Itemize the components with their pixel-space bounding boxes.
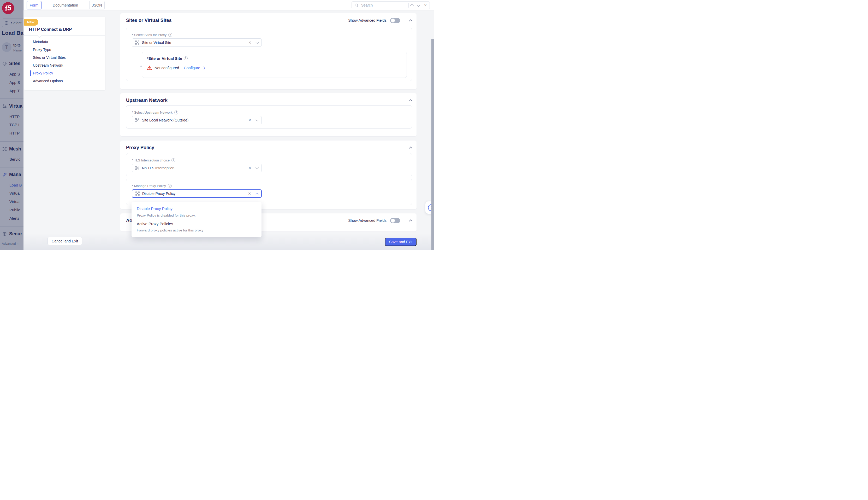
- dropdown-option-description: Forward proxy policies active for this p…: [137, 228, 203, 232]
- tab-json[interactable]: JSON: [89, 1, 105, 9]
- screen: Select Load Ba T tp-te Name Sites App S …: [0, 0, 434, 250]
- section-upstream-network: Upstream Network * Select Upstream Netwo…: [120, 93, 417, 136]
- field-card: * Manage Proxy Policy ? Disable Proxy Po…: [126, 179, 412, 205]
- chevron-down-icon[interactable]: [256, 166, 259, 169]
- field-label: * Select Upstream Network: [132, 111, 173, 114]
- search-icon: [354, 3, 359, 7]
- reference-icon: [135, 41, 139, 45]
- wizard-steps: Metadata Proxy Type Sites or Virtual Sit…: [24, 38, 105, 85]
- field-label: * TLS Interception choice: [132, 158, 169, 162]
- save-and-exit-button[interactable]: Save and Exit: [385, 238, 417, 246]
- field-card: * Select Upstream Network ? Site Local N…: [126, 105, 412, 128]
- section-heading: Proxy Policy: [126, 145, 154, 150]
- search-prev-icon[interactable]: [410, 4, 414, 7]
- select-upstream-network[interactable]: Site Local Network (Outside) ✕: [132, 116, 262, 124]
- show-advanced-label: Show Advanced Fields: [348, 218, 387, 223]
- step-advanced-options[interactable]: Advanced Options: [24, 77, 105, 85]
- collapse-chevron-icon[interactable]: [409, 99, 412, 103]
- nested-site-card: *Site or Virtual Site ? Not configured C…: [142, 52, 407, 78]
- chevron-down-icon[interactable]: [256, 41, 259, 44]
- help-icon[interactable]: ?: [184, 56, 188, 60]
- help-icon[interactable]: ?: [172, 158, 175, 162]
- select-value: Site or Virtual Site: [142, 41, 246, 45]
- tab-form[interactable]: Form: [27, 1, 42, 9]
- search-box[interactable]: ✕: [352, 1, 430, 9]
- vertical-scrollbar[interactable]: [431, 39, 434, 250]
- form-modal: Form Documentation JSON ✕ New: [23, 0, 434, 250]
- section-sites-or-virtual-sites: Sites or Virtual Sites Show Advanced Fie…: [120, 13, 417, 89]
- help-icon[interactable]: ?: [168, 33, 172, 37]
- select-value: Disable Proxy Policy: [142, 192, 245, 196]
- select-value: Site Local Network (Outside): [142, 118, 246, 122]
- chevron-up-icon[interactable]: [255, 193, 259, 196]
- help-icon[interactable]: ?: [174, 111, 178, 114]
- cancel-and-exit-button[interactable]: Cancel and Exit: [47, 237, 82, 245]
- collapse-chevron-icon[interactable]: [409, 219, 412, 223]
- new-badge: New: [24, 19, 38, 26]
- clear-icon[interactable]: ✕: [248, 118, 251, 122]
- manage-proxy-policy-dropdown: Disable Proxy Policy Proxy Policy is dis…: [131, 202, 261, 237]
- dropdown-option-active-proxy-policies[interactable]: Active Proxy Policies: [137, 221, 173, 226]
- clear-icon[interactable]: ✕: [248, 166, 251, 170]
- chevron-right-icon[interactable]: [202, 66, 206, 69]
- search-next-icon[interactable]: [417, 3, 420, 7]
- chevron-down-icon[interactable]: [256, 118, 259, 122]
- modal-topbar: Form Documentation JSON ✕: [23, 0, 434, 10]
- reference-icon: [135, 118, 139, 122]
- not-configured-status: Not configured: [154, 66, 179, 70]
- field-card: * Select Sites for Proxy ? Site or Virtu…: [126, 28, 412, 81]
- step-upstream-network[interactable]: Upstream Network: [24, 61, 105, 69]
- search-close-icon[interactable]: ✕: [424, 3, 427, 7]
- tab-documentation[interactable]: Documentation: [41, 1, 90, 9]
- step-proxy-policy[interactable]: Proxy Policy: [24, 69, 105, 77]
- modal-backdrop-overlay: [0, 0, 23, 250]
- select-tls-interception[interactable]: No TLS Interception ✕: [132, 164, 262, 172]
- select-sites-for-proxy[interactable]: Site or Virtual Site ✕: [132, 38, 262, 47]
- step-sites-or-virtual-sites[interactable]: Sites or Virtual Sites: [24, 54, 105, 61]
- help-icon[interactable]: ?: [168, 184, 172, 188]
- field-label: * Select Sites for Proxy: [132, 33, 166, 37]
- wizard-nav-card: New HTTP Connect & DRP Metadata Proxy Ty…: [24, 17, 105, 90]
- divider: [408, 3, 409, 8]
- collapse-chevron-icon[interactable]: [409, 19, 412, 23]
- section-heading: Sites or Virtual Sites: [126, 18, 172, 23]
- wizard-title: HTTP Connect & DRP: [29, 27, 72, 32]
- clear-icon[interactable]: ✕: [248, 192, 251, 196]
- collapse-chevron-icon[interactable]: [409, 147, 412, 150]
- dropdown-option-description: Proxy Policy is disabled for this proxy.: [137, 214, 196, 217]
- select-value: No TLS Interception: [142, 166, 246, 170]
- step-proxy-type[interactable]: Proxy Type: [24, 46, 105, 54]
- field-card: * TLS Interception choice ? No TLS Inter…: [126, 153, 412, 176]
- connector-dot: [140, 66, 142, 67]
- view-tabs: Form Documentation JSON: [27, 1, 105, 9]
- connector-line: [136, 66, 141, 66]
- step-metadata[interactable]: Metadata: [24, 38, 105, 46]
- warning-icon: [147, 66, 152, 70]
- field-label: * Manage Proxy Policy: [132, 184, 166, 188]
- show-advanced-label: Show Advanced Fields: [348, 18, 387, 22]
- modal-body: New HTTP Connect & DRP Metadata Proxy Ty…: [23, 10, 434, 250]
- show-advanced-toggle[interactable]: [390, 18, 400, 23]
- clear-icon[interactable]: ✕: [248, 41, 251, 45]
- reference-icon: [136, 192, 140, 196]
- dropdown-option-disable-proxy-policy[interactable]: Disable Proxy Policy: [137, 206, 173, 211]
- select-manage-proxy-policy[interactable]: Disable Proxy Policy ✕: [132, 190, 262, 198]
- section-heading: Upstream Network: [126, 98, 167, 103]
- divider-notch: [37, 33, 42, 38]
- nested-title: *Site or Virtual Site: [147, 56, 182, 60]
- section-proxy-policy: Proxy Policy * TLS Interception choice ?: [120, 140, 417, 209]
- reference-icon: [135, 166, 139, 170]
- search-input[interactable]: [361, 3, 406, 8]
- show-advanced-toggle[interactable]: [390, 218, 400, 223]
- configure-link[interactable]: Configure: [184, 66, 200, 70]
